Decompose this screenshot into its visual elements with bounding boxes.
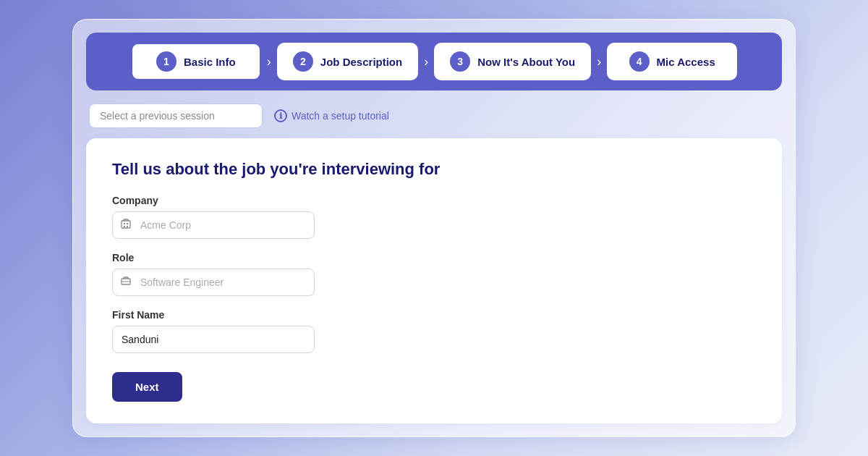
step-label-job-description: Job Description [320,56,402,68]
firstname-input[interactable] [113,326,314,352]
step-num-1: 1 [156,51,176,72]
step-num-2: 2 [293,51,313,72]
role-label: Role [112,252,756,263]
step-basic-info[interactable]: 1 Basic Info [131,43,261,80]
session-row: Select a previous session ℹ Watch a setu… [86,104,782,128]
tutorial-label: Watch a setup tutorial [292,110,389,122]
arrow-1: › [267,54,271,69]
next-button[interactable]: Next [112,372,182,402]
arrow-3: › [597,54,601,69]
tutorial-link[interactable]: ℹ Watch a setup tutorial [274,109,389,122]
svg-rect-3 [124,226,125,227]
building-icon [113,218,139,232]
firstname-input-wrapper [112,326,315,353]
step-label-about-you: Now It's About You [477,56,575,68]
firstname-field-group: First Name [112,309,756,353]
step-label-basic-info: Basic Info [184,56,236,68]
step-num-4: 4 [629,51,650,72]
svg-rect-0 [122,221,130,228]
arrow-2: › [424,54,428,69]
company-input-wrapper [112,211,315,239]
firstname-label: First Name [112,309,756,321]
role-input[interactable] [139,269,314,295]
step-mic-access[interactable]: 4 Mic Access [607,43,737,80]
info-icon: ℹ [274,109,287,122]
form-title: Tell us about the job you're interviewin… [112,160,756,179]
step-label-mic-access: Mic Access [657,56,715,68]
step-num-3: 3 [450,51,470,72]
briefcase-icon [113,275,139,290]
svg-rect-2 [127,223,128,224]
form-card: Tell us about the job you're interviewin… [86,138,782,423]
company-input[interactable] [139,212,314,238]
outer-card: 1 Basic Info › 2 Job Description › 3 Now… [72,19,796,437]
role-input-wrapper [112,269,315,296]
company-field-group: Company [112,195,756,239]
step-job-description[interactable]: 2 Job Description [277,43,418,80]
session-select[interactable]: Select a previous session [89,104,263,128]
role-field-group: Role [112,252,756,296]
stepper: 1 Basic Info › 2 Job Description › 3 Now… [86,33,782,90]
step-about-you[interactable]: 3 Now It's About You [434,43,591,80]
svg-rect-1 [124,223,125,224]
company-label: Company [112,195,756,206]
svg-rect-4 [127,226,128,227]
